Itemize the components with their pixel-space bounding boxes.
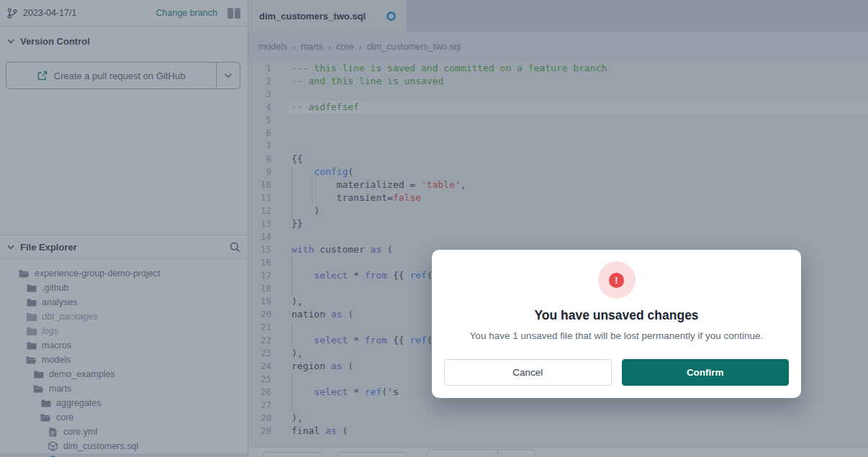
confirm-button[interactable]: Confirm	[622, 359, 790, 386]
dbt-cloud-ide: 2023-04-17/1 Change branch Version Contr…	[0, 0, 868, 457]
alert-exclamation: !	[609, 273, 624, 288]
modal-actions: Cancel Confirm	[432, 359, 801, 386]
modal-body: You have 1 unsaved file that will be los…	[432, 330, 801, 341]
alert-icon: !	[598, 261, 636, 299]
cancel-button[interactable]: Cancel	[444, 359, 612, 386]
unsaved-changes-modal: ! You have unsaved changes You have 1 un…	[432, 250, 801, 398]
modal-title: You have unsaved changes	[432, 308, 801, 323]
